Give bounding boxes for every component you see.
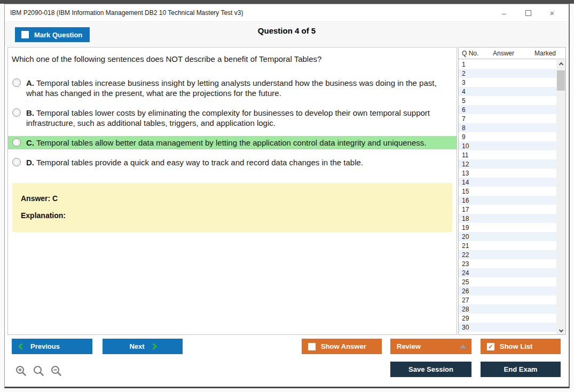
- question-row-25[interactable]: 25: [459, 277, 556, 286]
- row-qno: 15: [462, 188, 493, 195]
- question-row-13[interactable]: 13: [459, 169, 556, 178]
- end-exam-button[interactable]: End Exam: [481, 362, 561, 377]
- question-row-15[interactable]: 15: [459, 187, 556, 196]
- question-row-5[interactable]: 5: [459, 96, 556, 105]
- next-button[interactable]: Next: [103, 339, 183, 354]
- chevron-right-icon: [150, 343, 157, 350]
- answer-option-d[interactable]: D.Temporal tables provide a quick and ea…: [8, 156, 457, 169]
- chevron-up-icon: [559, 62, 563, 66]
- question-list-panel: Q No. Answer Marked 12345678910111213141…: [458, 47, 566, 335]
- question-text: Which one of the following sentences doe…: [12, 54, 451, 63]
- option-text: C.Temporal tables allow better data mana…: [26, 138, 426, 148]
- question-row-7[interactable]: 7: [459, 114, 556, 123]
- question-row-11[interactable]: 11: [459, 150, 556, 159]
- chevron-left-icon: [18, 343, 25, 350]
- show-answer-checkbox[interactable]: [308, 343, 316, 350]
- option-radio-c[interactable]: [12, 138, 21, 147]
- scroll-down-icon[interactable]: [556, 325, 565, 334]
- option-letter: D.: [26, 158, 34, 167]
- option-letter: A.: [26, 78, 34, 87]
- row-qno: 27: [462, 297, 493, 304]
- question-row-28[interactable]: 28: [459, 305, 556, 314]
- title-bar: IBM P2090-018 (IBM Information Managemen…: [5, 4, 569, 22]
- save-session-label: Save Session: [408, 365, 453, 373]
- question-row-29[interactable]: 29: [459, 314, 556, 323]
- row-qno: 18: [462, 215, 493, 222]
- option-radio-a[interactable]: [12, 78, 21, 87]
- row-qno: 22: [462, 251, 493, 259]
- maximize-icon[interactable]: [520, 6, 536, 19]
- question-row-9[interactable]: 9: [459, 132, 556, 141]
- row-qno: 10: [462, 142, 493, 150]
- question-row-2[interactable]: 2: [459, 69, 556, 78]
- option-letter: B.: [26, 108, 34, 117]
- question-row-16[interactable]: 16: [459, 196, 556, 205]
- show-list-label: Show List: [500, 342, 532, 350]
- zoom-in-icon[interactable]: [15, 365, 28, 378]
- show-answer-label: Show Answer: [321, 342, 366, 350]
- question-row-24[interactable]: 24: [459, 268, 556, 277]
- scroll-thumb[interactable]: [557, 70, 565, 91]
- review-dropdown-button[interactable]: Review: [390, 339, 471, 354]
- question-row-14[interactable]: 14: [459, 178, 556, 187]
- question-row-30[interactable]: 30: [459, 323, 556, 332]
- next-label: Next: [129, 342, 144, 350]
- sidebar-scrollbar[interactable]: [556, 60, 565, 334]
- answer-option-b[interactable]: B.Temporal tables lower costs by elimina…: [8, 106, 457, 130]
- question-row-18[interactable]: 18: [459, 214, 556, 223]
- question-row-26[interactable]: 26: [459, 286, 556, 295]
- close-icon[interactable]: ×: [544, 6, 560, 19]
- window-title: IBM P2090-018 (IBM Information Managemen…: [5, 9, 243, 17]
- column-marked: Marked: [534, 50, 565, 57]
- question-row-6[interactable]: 6: [459, 105, 556, 114]
- chevron-down-icon: [559, 327, 563, 332]
- row-qno: 3: [462, 79, 493, 86]
- option-radio-d[interactable]: [12, 158, 21, 166]
- option-radio-b[interactable]: [12, 108, 21, 117]
- row-qno: 28: [462, 306, 493, 313]
- question-row-19[interactable]: 19: [459, 223, 556, 232]
- row-qno: 17: [462, 206, 493, 213]
- check-icon: ✓: [488, 343, 493, 350]
- show-answer-button[interactable]: Show Answer: [302, 339, 382, 354]
- zoom-reset-icon[interactable]: [33, 365, 45, 378]
- save-session-button[interactable]: Save Session: [390, 362, 471, 377]
- question-row-1[interactable]: 1: [459, 60, 556, 69]
- question-row-12[interactable]: 12: [459, 159, 556, 169]
- question-row-21[interactable]: 21: [459, 241, 556, 250]
- answer-option-c[interactable]: C.Temporal tables allow better data mana…: [8, 136, 457, 149]
- answer-option-a[interactable]: A.Temporal tables increase business insi…: [8, 76, 457, 100]
- row-qno: 19: [462, 224, 493, 231]
- row-qno: 21: [462, 242, 493, 250]
- question-row-8[interactable]: 8: [459, 123, 556, 132]
- column-qno: Q No.: [462, 50, 493, 57]
- header-strip: Mark Question Question 4 of 5: [5, 22, 569, 46]
- question-row-23[interactable]: 23: [459, 259, 556, 268]
- minimize-icon[interactable]: –: [496, 6, 512, 19]
- triangle-up-icon: [460, 345, 466, 348]
- row-qno: 2: [462, 70, 493, 77]
- zoom-out-icon[interactable]: [50, 365, 63, 378]
- show-list-button[interactable]: ✓ Show List: [481, 339, 561, 354]
- question-row-10[interactable]: 10: [459, 141, 556, 150]
- question-row-4[interactable]: 4: [459, 87, 556, 96]
- scroll-up-icon[interactable]: [556, 60, 565, 69]
- question-row-20[interactable]: 20: [459, 232, 556, 241]
- option-letter: C.: [26, 138, 34, 147]
- question-panel: Which one of the following sentences doe…: [7, 47, 457, 335]
- row-qno: 1: [462, 61, 493, 68]
- question-row-27[interactable]: 27: [459, 295, 556, 305]
- option-text: D.Temporal tables provide a quick and ea…: [26, 157, 363, 167]
- question-row-17[interactable]: 17: [459, 205, 556, 214]
- previous-button[interactable]: Previous: [12, 339, 92, 354]
- row-qno: 30: [462, 324, 493, 331]
- row-qno: 11: [462, 151, 493, 159]
- row-qno: 12: [462, 161, 493, 168]
- explanation-label: Explanation:: [21, 211, 444, 220]
- option-text: A.Temporal tables increase business insi…: [26, 78, 451, 98]
- column-answer: Answer: [493, 50, 534, 57]
- question-row-22[interactable]: 22: [459, 250, 556, 259]
- row-qno: 29: [462, 315, 493, 322]
- show-list-checkbox[interactable]: ✓: [487, 343, 494, 350]
- question-row-3[interactable]: 3: [459, 78, 556, 87]
